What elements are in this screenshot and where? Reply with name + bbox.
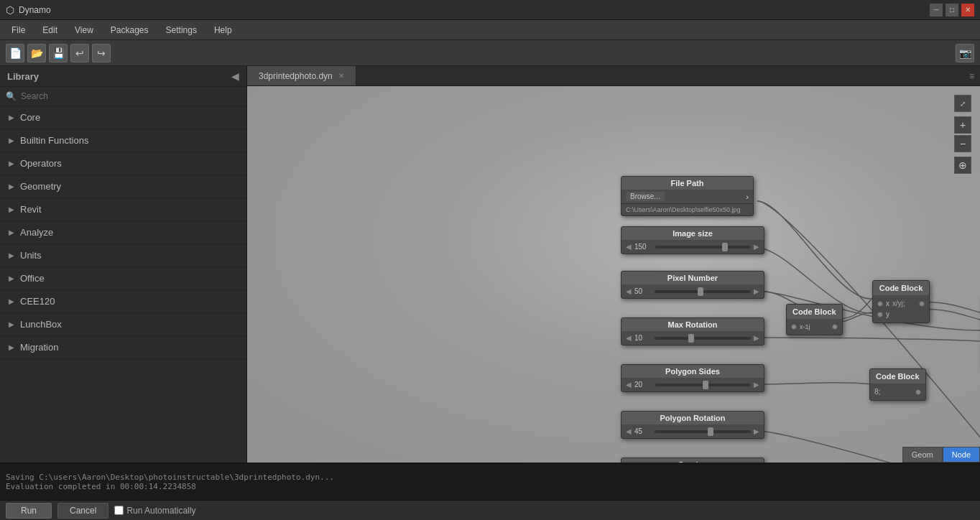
image-size-header: Image size [621,227,764,240]
code-block-3-header: Code Block [870,369,925,384]
slider-left-arrow[interactable]: ◀ [626,334,632,342]
menu-settings[interactable]: Settings [157,22,205,38]
sidebar-header: Library ◀ [0,66,246,87]
slider-track[interactable] [655,337,751,340]
code-block-3-ports: 8; [874,386,921,397]
node-tabs: Geom Node [902,447,980,463]
cancel-button[interactable]: Cancel [57,503,108,519]
file-path-node-header: File Path [621,177,753,190]
menu-help[interactable]: Help [205,22,241,38]
camera-button[interactable]: 📷 [956,44,974,62]
file-path-node: File Path Browse... › C:\Users\Aaron\Des… [621,176,754,216]
sidebar-item-builtin-functions[interactable]: ▶ Builtin Functions [0,129,246,152]
code-block-1-body: x x/yj; y [873,295,929,322]
sidebar-item-label: CEE120 [20,296,55,307]
undo-button[interactable]: ↩ [70,44,89,62]
sidebar-item-label: Builtin Functions [20,135,88,146]
sidebar-item-analyze[interactable]: ▶ Analyze [0,221,246,244]
overlap-header: Overlap [621,458,764,463]
save-button[interactable]: 💾 [49,44,68,62]
slider-thumb[interactable] [698,287,703,296]
slider-thumb[interactable] [722,243,728,251]
pixel-number-body: ◀ 50 ▶ [621,284,764,298]
toolbar: 📄 📂 💾 ↩ ↪ 📷 [0,40,980,66]
code-block-2-node: Code Block x-1j [786,304,843,335]
node-tab[interactable]: Node [943,447,980,463]
menu-edit[interactable]: Edit [34,22,66,38]
sidebar-item-office[interactable]: ▶ Office [0,267,246,290]
slider-thumb[interactable] [708,427,713,436]
slider-right-arrow[interactable]: ▶ [754,381,759,389]
slider-track[interactable] [655,430,751,433]
slider-track[interactable] [655,246,751,249]
search-bar: 🔍 [0,87,246,106]
sidebar-item-lunchbox[interactable]: ▶ LunchBox [0,313,246,336]
tab-menu-button[interactable]: ≡ [969,71,974,81]
close-button[interactable]: ✕ [961,4,974,17]
arrow-icon: ▶ [9,113,14,121]
minimize-button[interactable]: ─ [930,4,943,17]
slider-value: 10 [634,334,652,342]
sidebar-item-operators[interactable]: ▶ Operators [0,152,246,175]
arrow-icon: ▶ [9,228,14,236]
slider-track[interactable] [655,290,751,293]
redo-button[interactable]: ↪ [92,44,111,62]
window-controls: ─ □ ✕ [930,4,974,17]
max-rotation-node: Max Rotation ◀ 10 ▶ [621,317,764,345]
code-block-1-node: Code Block x x/yj; y [872,280,930,323]
code-block-1-y-row: y [877,309,925,320]
menu-packages[interactable]: Packages [102,22,157,38]
slider-right-arrow[interactable]: ▶ [754,243,759,251]
sidebar-item-label: Operators [20,158,62,169]
open-button[interactable]: 📂 [27,44,46,62]
port-out3 [915,389,921,395]
expand-button[interactable]: ⤢ [954,95,971,112]
slider-left-arrow[interactable]: ◀ [626,427,632,435]
tab-active[interactable]: 3dprintedphoto.dyn ✕ [247,66,356,85]
auto-run-checkbox[interactable] [114,506,124,515]
sidebar-item-core[interactable]: ▶ Core [0,106,246,129]
menu-file[interactable]: File [3,22,34,38]
sidebar-item-cee120[interactable]: ▶ CEE120 [0,290,246,313]
new-button[interactable]: 📄 [6,44,24,62]
zoom-out-button[interactable]: − [954,135,971,152]
slider-left-arrow[interactable]: ◀ [626,243,632,251]
browse-button[interactable]: Browse... [626,192,665,201]
slider-right-arrow[interactable]: ▶ [754,287,759,295]
slider-left-arrow[interactable]: ◀ [626,287,632,295]
sidebar-item-migration[interactable]: ▶ Migration [0,336,246,359]
arrow-icon: ▶ [9,182,14,190]
library-items: ▶ Core ▶ Builtin Functions ▶ Operators ▶… [0,106,246,463]
zoom-in-button[interactable]: + [954,116,971,134]
overlap-node: Overlap ◀ 1.38 ▶ [621,458,764,463]
slider-right-arrow[interactable]: ▶ [754,334,759,342]
slider-thumb[interactable] [703,381,708,389]
max-rotation-body: ◀ 10 ▶ [621,331,764,345]
canvas-area[interactable]: File Path Browse... › C:\Users\Aaron\Des… [247,86,980,463]
arrow-icon: ▶ [9,205,14,213]
sidebar-item-units[interactable]: ▶ Units [0,244,246,267]
port-x2 [791,324,797,330]
sidebar-item-revit[interactable]: ▶ Revit [0,198,246,221]
sidebar-item-label: Core [20,112,40,123]
slider-thumb[interactable] [688,334,694,343]
max-rotation-header: Max Rotation [621,318,764,331]
bottom-bar: Run Cancel Run Automatically [0,500,980,520]
fit-button[interactable]: ⊕ [954,157,971,174]
run-button[interactable]: Run [6,503,52,519]
menu-view[interactable]: View [66,22,102,38]
code-block-2-body: x-1j [787,319,842,335]
pixel-number-header: Pixel Number [621,271,764,284]
tab-close-button[interactable]: ✕ [338,72,344,80]
port-out [919,301,925,307]
code-block-2-header: Code Block [787,305,842,319]
geom-tab[interactable]: Geom [902,447,943,463]
menu-bar: File Edit View Packages Settings Help [0,20,980,40]
search-input[interactable] [21,91,241,101]
maximize-button[interactable]: □ [946,4,958,17]
slider-right-arrow[interactable]: ▶ [754,427,759,435]
slider-left-arrow[interactable]: ◀ [626,381,632,389]
slider-track[interactable] [655,384,751,386]
sidebar-collapse-button[interactable]: ◀ [231,70,239,82]
sidebar-item-geometry[interactable]: ▶ Geometry [0,175,246,198]
